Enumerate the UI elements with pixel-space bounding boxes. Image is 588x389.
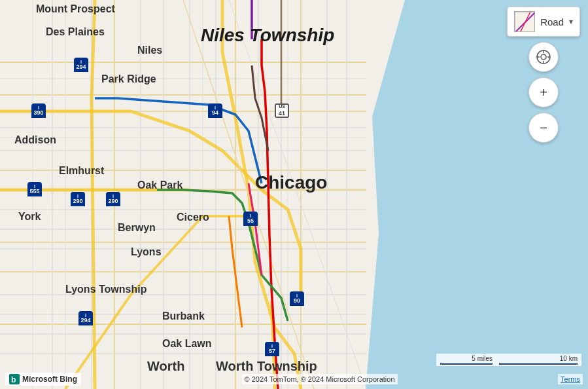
location-icon <box>536 49 551 65</box>
map-type-selector[interactable]: Road ▾ <box>507 7 580 37</box>
svg-line-36 <box>229 0 366 389</box>
label-niles-township: Niles Township <box>201 25 334 46</box>
label-york: York <box>18 211 41 223</box>
map-controls: Road ▾ + − <box>507 7 580 143</box>
scale-miles-bar <box>440 363 493 365</box>
shield-i290: I290 <box>71 192 85 206</box>
dropdown-arrow-icon: ▾ <box>569 17 573 26</box>
label-mount-prospect: Mount Prospect <box>36 3 115 15</box>
label-des-plaines: Des Plaines <box>46 26 105 38</box>
label-chicago: Chicago <box>255 172 327 193</box>
zoom-in-button[interactable]: + <box>528 77 559 107</box>
shield-i294-north: I294 <box>74 58 88 72</box>
label-berwyn: Berwyn <box>118 222 156 234</box>
map-type-icon <box>514 11 535 32</box>
shield-i94: I94 <box>208 103 222 118</box>
shield-i290b: I290 <box>106 192 120 206</box>
bottom-bar: b Microsoft Bing © 2024 TomTom, © 2024 M… <box>0 369 588 389</box>
copyright-text: © 2024 TomTom, © 2024 Microsoft Corporat… <box>242 374 398 384</box>
label-niles: Niles <box>137 45 162 56</box>
label-park-ridge: Park Ridge <box>101 73 156 85</box>
label-oak-lawn: Oak Lawn <box>162 338 212 350</box>
shield-i55: I55 <box>243 212 258 226</box>
shield-i294-south: I294 <box>78 311 93 325</box>
label-lyons: Lyons <box>131 246 162 258</box>
svg-line-37 <box>183 0 314 389</box>
label-burbank: Burbank <box>162 310 205 322</box>
terms-link[interactable]: Terms <box>558 374 583 384</box>
scale-bar: 5 miles 10 km <box>436 354 581 366</box>
bing-label: Microsoft Bing <box>22 375 77 384</box>
zoom-out-button[interactable]: − <box>528 113 559 143</box>
map-container[interactable]: Mount Prospect Des Plaines Niles Niles T… <box>0 0 588 389</box>
svg-text:b: b <box>11 375 16 384</box>
shield-i90: I90 <box>290 291 304 306</box>
scale-km-label: 10 km <box>560 355 578 362</box>
my-location-button[interactable] <box>528 42 559 72</box>
scale-miles-label: 5 miles <box>472 355 493 362</box>
label-oak-park: Oak Park <box>137 179 182 191</box>
shield-i555: I555 <box>27 182 42 196</box>
bing-icon: b <box>9 374 20 384</box>
label-elmhurst: Elmhurst <box>59 165 104 177</box>
map-type-label: Road <box>540 16 564 28</box>
label-cicero: Cicero <box>177 212 209 223</box>
scale-km-bar <box>499 363 578 365</box>
svg-point-44 <box>541 54 546 60</box>
shield-us41: US41 <box>275 103 289 118</box>
shield-i390: I390 <box>31 103 46 118</box>
bing-logo: b Microsoft Bing <box>5 373 81 386</box>
label-lyons-township: Lyons Township <box>65 284 147 295</box>
label-addison: Addison <box>14 134 56 146</box>
shield-i57: I57 <box>265 342 279 356</box>
